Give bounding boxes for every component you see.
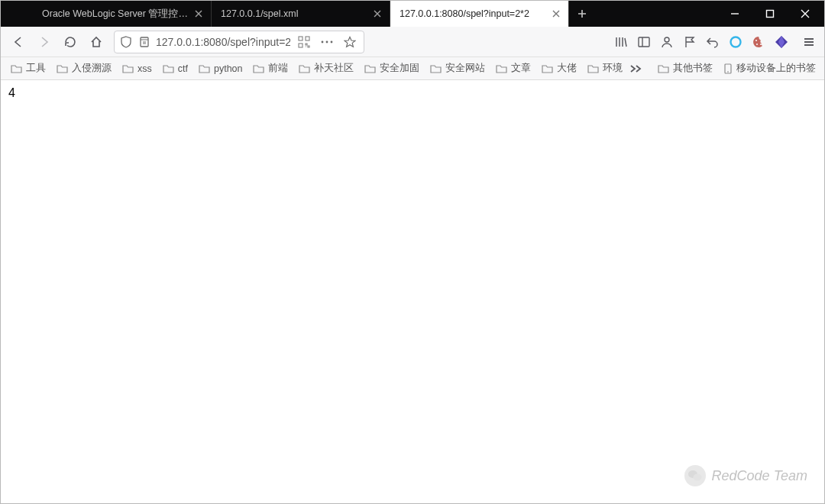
toolbar-right [612, 33, 818, 51]
page-actions-icon[interactable] [318, 33, 336, 51]
bookmark-folder[interactable]: 大佬 [538, 60, 581, 76]
site-info-icon[interactable] [138, 35, 151, 49]
bookmark-label: 大佬 [557, 62, 577, 75]
nav-toolbar [1, 27, 824, 57]
tab-strip: Oracle WebLogic Server 管理控制 127.0.0.1/sp… [1, 1, 824, 27]
reload-button[interactable] [59, 31, 82, 53]
bookmark-folder[interactable]: 前端 [249, 60, 292, 76]
bookmark-label: 移动设备上的书签 [736, 62, 816, 75]
sidebar-icon[interactable] [635, 33, 653, 51]
page-content: 4 RedCode Team [1, 80, 824, 503]
svg-point-16 [693, 474, 701, 481]
bookmark-folder[interactable]: 补天社区 [295, 60, 358, 76]
bookmark-label: 安全网站 [445, 62, 485, 75]
close-icon[interactable] [192, 8, 205, 20]
bookmark-label: 安全加固 [380, 62, 419, 75]
mobile-bookmarks[interactable]: 移动设备上的书签 [720, 60, 820, 76]
svg-point-5 [322, 40, 324, 43]
bookmark-folder[interactable]: 安全加固 [361, 60, 423, 76]
watermark-text: RedCode Team [712, 468, 807, 484]
bookmark-folder[interactable]: 环境 [584, 60, 626, 76]
bookmark-label: 入侵溯源 [72, 62, 112, 75]
bookmark-folder[interactable]: xss [118, 62, 156, 76]
url-bar[interactable] [114, 31, 364, 53]
close-icon[interactable] [371, 8, 383, 20]
bookmark-label: ctf [178, 63, 188, 74]
svg-point-12 [756, 44, 758, 45]
flag-icon[interactable] [681, 33, 699, 51]
undo-icon[interactable] [704, 33, 722, 51]
svg-rect-2 [299, 37, 302, 40]
bookmark-label: python [214, 63, 243, 74]
other-bookmarks-folder[interactable]: 其他书签 [654, 60, 717, 76]
svg-point-7 [331, 40, 333, 43]
window-controls [717, 1, 824, 27]
bookmarks-bar: 工具 入侵溯源 xss ctf python 前端 补天社区 安全加固 安全网站… [1, 57, 824, 80]
minimize-button[interactable] [717, 1, 752, 27]
bookmark-label: 文章 [511, 62, 531, 75]
svg-rect-0 [767, 11, 774, 18]
back-button[interactable] [7, 31, 30, 53]
bookmark-label: 前端 [268, 62, 288, 75]
bookmark-folder[interactable]: ctf [159, 62, 192, 76]
tab-0[interactable]: Oracle WebLogic Server 管理控制 [33, 1, 212, 27]
maximize-button[interactable] [752, 1, 788, 27]
extension-circle-icon[interactable] [726, 33, 745, 51]
svg-rect-3 [306, 37, 309, 40]
bookmark-folder[interactable]: 入侵溯源 [53, 60, 115, 76]
svg-rect-4 [299, 44, 302, 47]
svg-point-10 [731, 37, 741, 47]
extension-palette-icon[interactable] [749, 33, 768, 51]
tab-title: 127.0.0.1:8080/spel?input=2*2 [400, 8, 545, 19]
svg-point-9 [665, 37, 669, 42]
bookmark-folder[interactable]: 工具 [7, 60, 50, 76]
bookmark-folder[interactable]: 文章 [492, 60, 535, 76]
tab-title: Oracle WebLogic Server 管理控制 [42, 8, 188, 21]
tab-title: 127.0.0.1/spel.xml [221, 8, 367, 19]
bookmark-folder[interactable]: 安全网站 [426, 60, 489, 76]
bookmark-label: 环境 [603, 62, 623, 75]
svg-point-11 [755, 40, 757, 41]
qr-icon[interactable] [295, 33, 313, 51]
bookmark-label: xss [138, 63, 152, 74]
bookmarks-overflow-button[interactable] [629, 63, 642, 74]
tab-2[interactable]: 127.0.0.1:8080/spel?input=2*2 [390, 1, 569, 27]
bookmark-star-icon[interactable] [341, 33, 359, 51]
url-input[interactable] [156, 36, 290, 48]
close-icon[interactable] [550, 8, 562, 20]
account-icon[interactable] [658, 33, 676, 51]
bookmark-label: 补天社区 [314, 62, 354, 75]
home-button[interactable] [85, 31, 108, 53]
library-icon[interactable] [612, 33, 630, 51]
tab-1[interactable]: 127.0.0.1/spel.xml [212, 1, 390, 27]
svg-point-6 [326, 40, 328, 43]
bookmark-label: 工具 [26, 62, 46, 75]
tracking-protection-icon[interactable] [119, 35, 133, 49]
page-body-text: 4 [8, 86, 15, 99]
extension-diamond-icon[interactable] [772, 33, 791, 51]
wechat-icon [684, 465, 706, 486]
app-menu-icon[interactable] [800, 33, 818, 51]
window-close-button[interactable] [788, 1, 823, 27]
svg-point-13 [760, 44, 762, 45]
new-tab-button[interactable] [569, 1, 595, 27]
bookmark-folder[interactable]: python [195, 62, 247, 76]
tabstrip-spacer [1, 1, 33, 27]
watermark: RedCode Team [684, 465, 807, 486]
svg-rect-8 [639, 37, 649, 47]
forward-button[interactable] [33, 31, 56, 53]
bookmark-label: 其他书签 [673, 62, 713, 75]
browser-window: Oracle WebLogic Server 管理控制 127.0.0.1/sp… [0, 0, 825, 504]
